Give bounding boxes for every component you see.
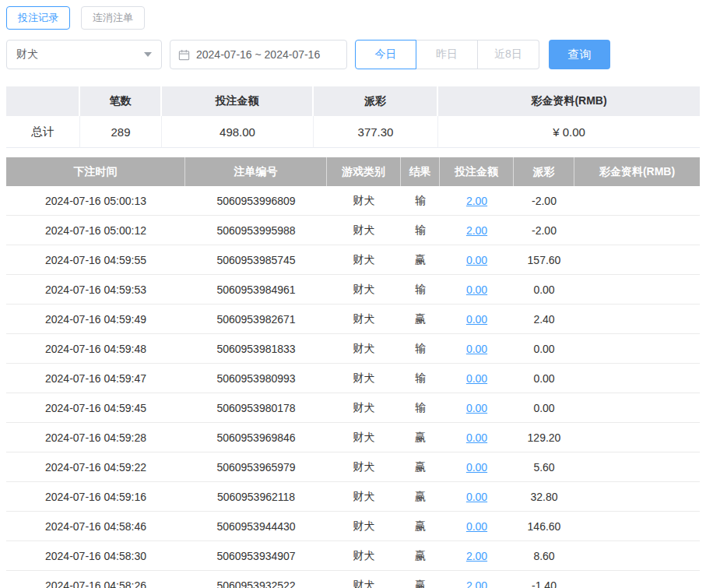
- quick-filter-last-8-days[interactable]: 近8日: [478, 40, 539, 69]
- bet-time-cell: 2024-07-16 04:59:16: [6, 482, 185, 512]
- summary-table: 笔数 投注金额 派彩 彩金资料(RMB) 总计 289 498.00 377.3…: [6, 86, 700, 148]
- order-id-cell: 5060953932522: [185, 571, 327, 588]
- payout-cell: 0.00: [514, 364, 574, 393]
- bonus-cell: [574, 571, 700, 588]
- bet-amount-link[interactable]: 0.00: [466, 343, 487, 355]
- summary-total-bet-amount: 498.00: [162, 116, 314, 148]
- column-header: 游戏类别: [327, 157, 401, 186]
- bet-time-cell: 2024-07-16 04:59:53: [6, 275, 185, 305]
- game-type-cell: 财犬: [327, 245, 401, 275]
- summary-total-row: 总计 289 498.00 377.30 ¥ 0.00: [6, 116, 700, 148]
- order-id-cell: 5060953980178: [185, 393, 327, 423]
- summary-header-empty: [6, 86, 80, 116]
- payout-cell: -2.00: [514, 216, 574, 245]
- summary-header-count: 笔数: [80, 86, 162, 116]
- order-id-cell: 5060953981833: [185, 334, 327, 364]
- bet-amount-link[interactable]: 0.00: [466, 402, 487, 414]
- search-button[interactable]: 查询: [549, 40, 610, 69]
- date-range-picker[interactable]: 2024-07-16 ~ 2024-07-16: [170, 40, 347, 69]
- bet-amount-link[interactable]: 0.00: [466, 372, 487, 385]
- order-id-cell: 5060953934907: [185, 541, 327, 571]
- summary-total-count: 289: [80, 116, 162, 148]
- game-type-cell: 财犬: [327, 216, 401, 245]
- bet-amount-link[interactable]: 0.00: [466, 313, 487, 326]
- bonus-cell: [574, 512, 700, 541]
- bet-amount-link[interactable]: 2.00: [466, 224, 487, 237]
- game-type-cell: 财犬: [327, 452, 401, 482]
- bonus-cell: [574, 364, 700, 393]
- table-row: 2024-07-16 04:59:165060953962118财犬赢0.003…: [6, 482, 700, 512]
- bet-amount-cell: 0.00: [440, 393, 514, 423]
- bet-amount-cell: 0.00: [440, 364, 514, 393]
- game-select[interactable]: 财犬: [6, 40, 162, 69]
- table-row: 2024-07-16 04:59:285060953969846财犬赢0.001…: [6, 423, 700, 452]
- bet-amount-cell: 0.00: [440, 452, 514, 482]
- table-row: 2024-07-16 04:59:555060953985745财犬赢0.001…: [6, 245, 700, 275]
- bet-amount-link[interactable]: 2.00: [466, 579, 487, 588]
- bet-time-cell: 2024-07-16 05:00:12: [6, 216, 185, 245]
- column-header: 注单编号: [185, 157, 327, 186]
- result-cell: 输: [401, 393, 440, 423]
- column-header: 派彩: [514, 157, 574, 186]
- bet-amount-link[interactable]: 0.00: [466, 520, 487, 533]
- game-type-cell: 财犬: [327, 275, 401, 305]
- payout-cell: 157.60: [514, 245, 574, 275]
- date-range-value: 2024-07-16 ~ 2024-07-16: [196, 48, 320, 61]
- bet-amount-cell: 2.00: [440, 186, 514, 216]
- chevron-down-icon: [144, 52, 152, 57]
- order-id-cell: 5060953944430: [185, 512, 327, 541]
- bet-time-cell: 2024-07-16 04:59:55: [6, 245, 185, 275]
- result-cell: 赢: [401, 305, 440, 334]
- bonus-cell: [574, 393, 700, 423]
- game-type-cell: 财犬: [327, 305, 401, 334]
- game-type-cell: 财犬: [327, 334, 401, 364]
- top-tabs: 投注记录 连消注单: [6, 6, 700, 30]
- result-cell: 赢: [401, 423, 440, 452]
- bonus-cell: [574, 275, 700, 305]
- bet-amount-link[interactable]: 2.00: [466, 550, 487, 562]
- bonus-cell: [574, 245, 700, 275]
- bet-amount-link[interactable]: 2.00: [466, 195, 487, 207]
- column-header: 结果: [401, 157, 440, 186]
- bet-amount-link[interactable]: 0.00: [466, 431, 487, 444]
- bet-amount-link[interactable]: 0.00: [466, 491, 487, 503]
- payout-cell: 8.60: [514, 541, 574, 571]
- table-row: 2024-07-16 04:59:475060953980993财犬输0.000…: [6, 364, 700, 393]
- order-id-cell: 5060953969846: [185, 423, 327, 452]
- bet-time-cell: 2024-07-16 04:58:26: [6, 571, 185, 588]
- table-row: 2024-07-16 04:58:465060953944430财犬赢0.001…: [6, 512, 700, 541]
- game-select-value: 财犬: [16, 48, 38, 62]
- bet-amount-cell: 0.00: [440, 334, 514, 364]
- bet-time-cell: 2024-07-16 04:58:30: [6, 541, 185, 571]
- summary-header-row: 笔数 投注金额 派彩 彩金资料(RMB): [6, 86, 700, 116]
- bet-amount-link[interactable]: 0.00: [466, 283, 487, 296]
- table-row: 2024-07-16 04:59:535060953984961财犬输0.000…: [6, 275, 700, 305]
- tab-cancelled-orders[interactable]: 连消注单: [81, 6, 145, 30]
- bet-amount-cell: 0.00: [440, 482, 514, 512]
- bet-amount-link[interactable]: 0.00: [466, 254, 487, 266]
- bonus-cell: [574, 482, 700, 512]
- quick-filter-yesterday[interactable]: 昨日: [416, 40, 478, 69]
- game-type-cell: 财犬: [327, 423, 401, 452]
- game-type-cell: 财犬: [327, 571, 401, 588]
- game-type-cell: 财犬: [327, 541, 401, 571]
- table-row: 2024-07-16 04:58:265060953932522财犬赢2.00-…: [6, 571, 700, 588]
- bet-time-cell: 2024-07-16 04:58:46: [6, 512, 185, 541]
- bet-amount-link[interactable]: 0.00: [466, 461, 487, 474]
- bet-amount-cell: 0.00: [440, 245, 514, 275]
- bonus-cell: [574, 186, 700, 216]
- table-row: 2024-07-16 04:59:225060953965979财犬赢0.005…: [6, 452, 700, 482]
- order-id-cell: 5060953984961: [185, 275, 327, 305]
- payout-cell: 146.60: [514, 512, 574, 541]
- bonus-cell: [574, 423, 700, 452]
- table-row: 2024-07-16 05:00:125060953995988财犬输2.00-…: [6, 216, 700, 245]
- records-table: 下注时间注单编号游戏类别结果投注金额派彩彩金资料(RMB) 2024-07-16…: [6, 157, 700, 588]
- payout-cell: 0.00: [514, 334, 574, 364]
- quick-filter-today[interactable]: 今日: [355, 40, 416, 69]
- bet-time-cell: 2024-07-16 04:59:45: [6, 393, 185, 423]
- result-cell: 输: [401, 186, 440, 216]
- bet-time-cell: 2024-07-16 04:59:22: [6, 452, 185, 482]
- game-type-cell: 财犬: [327, 364, 401, 393]
- bet-time-cell: 2024-07-16 04:59:48: [6, 334, 185, 364]
- tab-betting-records[interactable]: 投注记录: [6, 6, 70, 30]
